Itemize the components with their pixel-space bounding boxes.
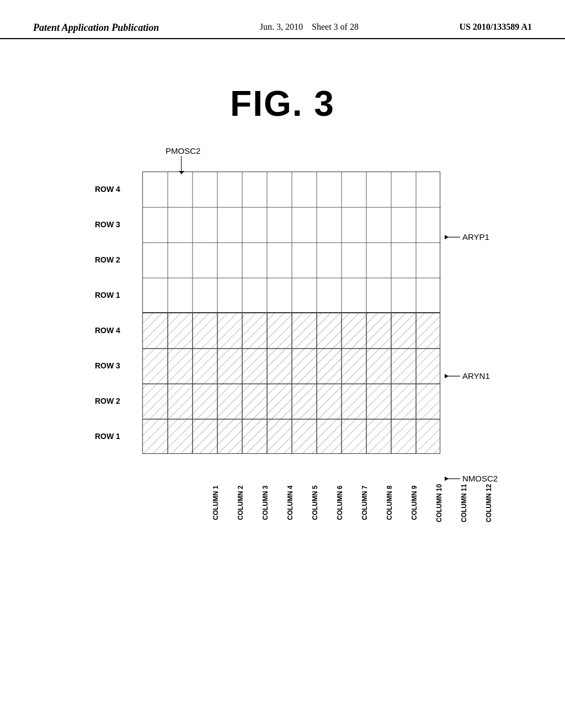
label-pmosc2: PMOSC2 (166, 146, 200, 156)
svg-marker-33 (445, 374, 449, 378)
col-label-12: COLUMN 12 (485, 479, 510, 529)
label-aryn1-container: ARYN1 (445, 371, 490, 381)
header-date: Jun. 3, 2010 (260, 22, 303, 31)
bottom-row-label-3: ROW 3 (95, 348, 139, 383)
bottom-row-label-2: ROW 2 (95, 383, 139, 419)
col-label-11: COLUMN 11 (460, 479, 485, 529)
col-label-10: COLUMN 10 (435, 479, 460, 529)
col-label-6: COLUMN 6 (336, 479, 361, 529)
label-aryp1: ARYP1 (462, 232, 489, 242)
row-labels-top: ROW 1 ROW 2 ROW 3 ROW 4 (95, 172, 139, 313)
bottom-grid-aryn1 (142, 313, 440, 454)
col-labels: COLUMN 1 COLUMN 2 COLUMN 3 COLUMN 4 COLU… (212, 479, 510, 529)
page-header: Patent Application Publication Jun. 3, 2… (0, 0, 565, 39)
publication-label: Patent Application Publication (33, 22, 159, 34)
svg-marker-35 (445, 477, 449, 481)
row-labels-bottom: ROW 1 ROW 2 ROW 3 ROW 4 (95, 313, 139, 454)
col-label-8: COLUMN 8 (386, 479, 411, 529)
top-row-label-2: ROW 2 (95, 242, 139, 277)
grid-area: COLUMN 1 COLUMN 2 COLUMN 3 COLUMN 4 COLU… (142, 172, 440, 454)
col-label-3: COLUMN 3 (262, 479, 286, 529)
col-label-4: COLUMN 4 (286, 479, 311, 529)
patent-number: US 2010/133589 A1 (459, 22, 532, 32)
top-row-label-3: ROW 3 (95, 207, 139, 242)
col-label-2: COLUMN 2 (237, 479, 262, 529)
header-center: Jun. 3, 2010 Sheet 3 of 28 (260, 22, 359, 32)
top-row-label-1: ROW 1 (95, 277, 139, 313)
label-aryn1: ARYN1 (462, 371, 490, 381)
label-nmosc2: NMOSC2 (462, 474, 498, 483)
col-label-1: COLUMN 1 (212, 479, 237, 529)
top-row-label-4: ROW 4 (95, 172, 139, 207)
figure-title: FIG. 3 (0, 83, 565, 124)
col-label-7: COLUMN 7 (361, 479, 386, 529)
bottom-row-label-1: ROW 1 (95, 419, 139, 454)
svg-marker-31 (445, 235, 449, 239)
bottom-row-label-4: ROW 4 (95, 313, 139, 348)
pmosc2-arrow (181, 156, 182, 172)
col-label-5: COLUMN 5 (311, 479, 336, 529)
label-nmosc2-container: NMOSC2 (445, 474, 498, 483)
top-grid-aryp1 (142, 172, 440, 313)
header-sheet: Sheet 3 of 28 (312, 22, 359, 31)
col-label-9: COLUMN 9 (411, 479, 435, 529)
label-aryp1-container: ARYP1 (445, 232, 489, 242)
